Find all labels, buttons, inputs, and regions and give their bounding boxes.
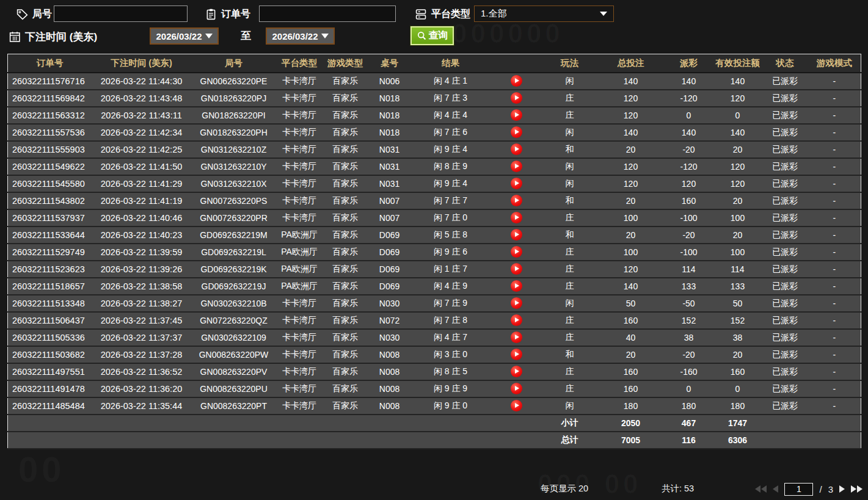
cell-order_no: 260322111503682 bbox=[8, 346, 92, 363]
cell-result: 闲 7 庄 7 bbox=[411, 192, 491, 209]
empty-cell bbox=[323, 415, 368, 432]
column-header-bet_time: 下注时间 (美东) bbox=[92, 54, 191, 73]
cell-payout: -120 bbox=[665, 90, 713, 107]
cell-round_no: GN006263220PE bbox=[191, 73, 277, 90]
page-count-separator: / bbox=[819, 484, 822, 495]
previous-page-button[interactable] bbox=[773, 485, 778, 493]
cell-bet_time: 2026-03-22 11:35:44 bbox=[92, 397, 191, 415]
cell-platform: 卡卡湾厅 bbox=[277, 346, 323, 363]
date-from-value: 2026/03/22 bbox=[156, 31, 202, 42]
next-page-button[interactable] bbox=[839, 485, 845, 493]
video-play-icon[interactable] bbox=[511, 246, 522, 258]
video-play-icon[interactable] bbox=[511, 280, 522, 292]
search-button[interactable]: 查询 bbox=[410, 26, 454, 45]
cell-round_no: GN072263220QZ bbox=[191, 312, 277, 329]
cell-order_no: 260322111569842 bbox=[8, 90, 92, 107]
column-header-round_no: 局号 bbox=[191, 54, 277, 73]
play-triangle bbox=[515, 266, 519, 271]
play-triangle bbox=[515, 386, 519, 391]
cell-bet_time: 2026-03-22 11:39:59 bbox=[92, 244, 191, 261]
cell-valid_bet: 100 bbox=[713, 244, 762, 261]
round-number-input[interactable] bbox=[54, 5, 188, 22]
video-play-icon[interactable] bbox=[511, 366, 522, 377]
video-play-icon[interactable] bbox=[511, 229, 522, 241]
cell-game_type: 百家乐 bbox=[323, 73, 368, 90]
cell-status: 已派彩 bbox=[762, 261, 808, 278]
video-play-icon[interactable] bbox=[511, 161, 522, 172]
cell-total_bet: 120 bbox=[597, 175, 665, 192]
cell-valid_bet: 120 bbox=[713, 90, 762, 107]
video-play-icon[interactable] bbox=[511, 314, 522, 326]
cell-game_type: 百家乐 bbox=[323, 261, 368, 278]
cell-total_bet: 120 bbox=[597, 107, 665, 124]
video-play-icon[interactable] bbox=[511, 383, 522, 394]
cell-result: 闲 7 庄 9 bbox=[411, 295, 491, 312]
video-play-icon[interactable] bbox=[511, 195, 522, 206]
video-cell bbox=[491, 73, 542, 90]
cell-round_no: GD0692632219K bbox=[191, 261, 277, 278]
cell-play: 闲 bbox=[542, 397, 597, 415]
cell-valid_bet: 120 bbox=[713, 158, 762, 175]
play-triangle bbox=[515, 352, 519, 357]
video-play-icon[interactable] bbox=[511, 126, 522, 138]
video-play-icon[interactable] bbox=[511, 332, 522, 343]
video-play-icon[interactable] bbox=[511, 263, 522, 275]
date-from-picker[interactable]: 2026/03/22 bbox=[150, 27, 219, 45]
column-header-table_no: 桌号 bbox=[368, 54, 411, 73]
platform-type-label: 平台类型 bbox=[431, 8, 470, 21]
cell-result: 闲 4 庄 4 bbox=[411, 107, 491, 124]
cell-payout: -100 bbox=[665, 209, 713, 226]
order-number-input[interactable] bbox=[259, 5, 396, 22]
cell-total_bet: 50 bbox=[597, 295, 665, 312]
cell-mode: - bbox=[808, 363, 861, 380]
cell-bet_time: 2026-03-22 11:38:27 bbox=[92, 295, 191, 312]
cell-order_no: 260322111563312 bbox=[8, 107, 92, 124]
cell-bet_time: 2026-03-22 11:40:23 bbox=[92, 226, 191, 244]
cell-result: 闲 9 庄 0 bbox=[411, 397, 491, 415]
platform-type-select[interactable]: 1.全部 bbox=[474, 5, 614, 22]
cell-round_no: GN03026322109 bbox=[191, 329, 277, 346]
cell-table_no: N018 bbox=[368, 90, 411, 107]
cell-mode: - bbox=[808, 141, 861, 158]
search-icon bbox=[417, 31, 427, 41]
cell-table_no: N018 bbox=[368, 124, 411, 141]
cell-result: 闲 3 庄 0 bbox=[411, 346, 491, 363]
cell-game_type: 百家乐 bbox=[323, 397, 368, 415]
round-number-label: 局号 bbox=[32, 8, 52, 21]
cell-platform: 卡卡湾厅 bbox=[277, 209, 323, 226]
video-play-icon[interactable] bbox=[511, 109, 522, 121]
cell-bet_time: 2026-03-22 11:41:50 bbox=[92, 158, 191, 175]
video-play-icon[interactable] bbox=[511, 92, 522, 104]
last-page-button[interactable] bbox=[851, 485, 863, 493]
column-header-game_type: 游戏类型 bbox=[323, 54, 368, 73]
video-play-icon[interactable] bbox=[511, 297, 522, 309]
cell-table_no: N008 bbox=[368, 363, 411, 380]
cell-mode: - bbox=[808, 158, 861, 175]
cell-round_no: GN008263220PW bbox=[191, 346, 277, 363]
first-page-button[interactable] bbox=[755, 485, 767, 493]
cell-result: 闲 9 庄 6 bbox=[411, 244, 491, 261]
cell-platform: PA欧洲厅 bbox=[277, 226, 323, 244]
video-play-icon[interactable] bbox=[511, 212, 522, 223]
cell-result: 闲 7 庄 3 bbox=[411, 90, 491, 107]
tag-icon bbox=[16, 8, 29, 21]
cell-order_no: 260322111533644 bbox=[8, 226, 92, 244]
cell-valid_bet: 20 bbox=[713, 346, 762, 363]
video-play-icon[interactable] bbox=[511, 75, 522, 87]
cell-round_no: GN007263220PS bbox=[191, 192, 277, 209]
empty-cell bbox=[8, 432, 92, 449]
cell-mode: - bbox=[808, 397, 861, 415]
cell-status: 已派彩 bbox=[762, 363, 808, 380]
cell-game_type: 百家乐 bbox=[323, 90, 368, 107]
page-number-input[interactable] bbox=[784, 483, 813, 496]
cell-bet_time: 2026-03-22 11:39:26 bbox=[92, 261, 191, 278]
video-play-icon[interactable] bbox=[511, 143, 522, 155]
table-row: 2603221115559032026-03-22 11:42:25GN0312… bbox=[8, 141, 861, 158]
cell-platform: PA欧洲厅 bbox=[277, 244, 323, 261]
video-play-icon[interactable] bbox=[511, 400, 522, 411]
date-to-picker[interactable]: 2026/03/22 bbox=[266, 27, 335, 45]
video-play-icon[interactable] bbox=[511, 178, 522, 189]
total-row: 总计70051166306 bbox=[8, 432, 861, 449]
cell-play: 闲 bbox=[542, 73, 597, 90]
video-play-icon[interactable] bbox=[511, 349, 522, 360]
